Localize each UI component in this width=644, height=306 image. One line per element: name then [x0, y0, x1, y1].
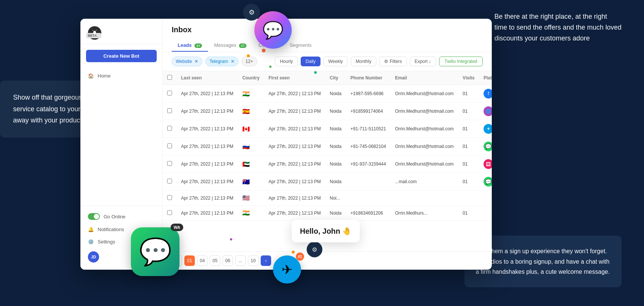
tab-leads[interactable]: Leads 1+: [172, 39, 208, 52]
row-checkbox[interactable]: [167, 195, 172, 200]
settings-icon: ⚙️: [88, 239, 94, 245]
leads-table: Last seen Country First seen City Phone …: [163, 71, 492, 221]
home-label: Home: [98, 73, 111, 79]
table-row: Apr 27th, 2022 | 12:13 PM 🇮🇳 Apr 27th, 2…: [163, 206, 492, 221]
telegram-filter[interactable]: Telegram ✕: [205, 57, 238, 66]
country-cell: 🇪🇸: [238, 103, 264, 120]
page-05-button[interactable]: 05: [210, 255, 220, 266]
tab-segments[interactable]: Segments: [284, 39, 318, 52]
last-seen-cell: Apr 27th, 2022 | 12:13 PM: [177, 120, 238, 138]
row-checkbox[interactable]: [167, 91, 172, 96]
first-seen-cell: Apr 27th, 2022 | 12:13 PM: [264, 120, 325, 138]
filters-row: Website ✕ Telegram ✕ 12+ Hourly Daily We…: [163, 52, 492, 71]
city-cell: Noida: [325, 173, 346, 191]
weekly-button[interactable]: Weekly: [323, 57, 348, 66]
go-online-toggle[interactable]: Go Online: [80, 210, 162, 223]
row-checkbox[interactable]: [167, 179, 172, 184]
row-checkbox[interactable]: [167, 108, 172, 113]
more-filter[interactable]: 12+: [242, 57, 257, 66]
table-header: Last seen Country First seen City Phone …: [163, 71, 492, 85]
email-cell: Orrin.Medhurst@hotmail.com: [390, 120, 458, 138]
hello-text: Hello, John 🤚: [300, 227, 352, 235]
platform-cell: 💬: [479, 173, 492, 191]
platform-cell: 🌐: [479, 103, 492, 120]
th-last-seen: Last seen: [177, 71, 238, 85]
platform-cell: [479, 191, 492, 206]
th-city: City: [325, 71, 346, 85]
platform-icon-tg: ✈: [484, 124, 492, 134]
bottom-right-text: Give them a sign up experience they won'…: [476, 248, 610, 275]
table-row: Apr 27th, 2022 | 12:13 PM 🇪🇸 Apr 27th, 2…: [163, 103, 492, 120]
online-toggle-switch[interactable]: [88, 213, 100, 220]
website-close-icon[interactable]: ✕: [194, 59, 198, 64]
platform-icon-fb: f: [484, 89, 492, 99]
monthly-button[interactable]: Monthly: [351, 57, 376, 66]
country-cell: 🇮🇳: [238, 206, 264, 221]
first-seen-cell: Apr 27th, 2022 | 12:13 PM: [264, 103, 325, 120]
whatsapp-bubble: 💬 WA: [131, 227, 180, 276]
filters-button[interactable]: ⚙ Filters: [379, 57, 407, 66]
page-01-button[interactable]: 01: [184, 255, 195, 266]
create-new-bot-button[interactable]: Create New Bot: [86, 50, 157, 62]
th-country: Country: [238, 71, 264, 85]
visits-cell: 01: [458, 120, 479, 138]
select-all-checkbox[interactable]: [167, 75, 172, 80]
sidebar-nav: 🏠 Home: [80, 66, 162, 206]
export-button[interactable]: Export ↓: [410, 57, 436, 66]
row-checkbox[interactable]: [167, 210, 172, 215]
telegram-close-icon[interactable]: ✕: [231, 59, 234, 64]
filters-icon: ⚙: [384, 59, 388, 64]
hourly-button[interactable]: Hourly: [275, 57, 298, 66]
first-seen-cell: Apr 27th, 2022 | 12:13 PM: [264, 85, 325, 103]
tab-messages[interactable]: Messages 47: [208, 39, 252, 52]
city-cell: Noida: [325, 85, 346, 103]
top-right-text: Be there at the right place, at the righ…: [494, 13, 622, 42]
visits-cell: 01: [458, 206, 479, 221]
next-page-button[interactable]: ›: [261, 255, 271, 266]
th-email: Email: [390, 71, 458, 85]
last-seen-cell: Apr 27th, 2022 | 12:13 PM: [177, 138, 238, 155]
table-row: Apr 27th, 2022 | 12:13 PM 🇺🇸 Apr 27th, 2…: [163, 191, 492, 206]
last-seen-cell: Apr 27th, 2022 | 12:13 PM: [177, 85, 238, 103]
country-cell: 🇺🇸: [238, 191, 264, 206]
daily-button[interactable]: Daily: [301, 57, 321, 66]
website-filter[interactable]: Website ✕: [172, 57, 202, 66]
pagination: ‹ 01 04 05 06 ... 10 ›: [163, 251, 492, 270]
last-seen-cell: Apr 27th, 2022 | 12:13 PM: [177, 103, 238, 120]
export-icon: ↓: [429, 59, 431, 64]
platform-cell: ✈: [479, 120, 492, 138]
page-04-button[interactable]: 04: [197, 255, 208, 266]
city-cell: Noida: [325, 155, 346, 173]
platform-cell: 🖼: [479, 155, 492, 173]
email-cell: ...mail.com: [390, 173, 458, 191]
platform-icon-wa2: 💬: [484, 177, 492, 187]
star-badge-top: ⚙: [243, 4, 260, 21]
tab-segments-label: Segments: [290, 42, 312, 48]
table-row: Apr 27th, 2022 | 12:13 PM 🇮🇳 Apr 27th, 2…: [163, 85, 492, 103]
row-checkbox[interactable]: [167, 161, 172, 166]
country-cell: 🇦🇪: [238, 155, 264, 173]
first-seen-cell: Apr 27th, 2022 | 12:13 PM: [264, 173, 325, 191]
twilio-button[interactable]: Twilio Integrated: [439, 57, 483, 66]
messages-badge: 47: [239, 43, 246, 48]
tabs-row: Leads 1+ Messages 47 Contacts Segments: [172, 39, 483, 52]
notifications-label: Notifications: [98, 227, 124, 232]
messenger-bubble: 💬: [254, 11, 292, 49]
page-06-button[interactable]: 06: [223, 255, 233, 266]
phone-cell: +91-745-0682104: [346, 138, 390, 155]
city-cell: Noida: [325, 138, 346, 155]
visits-cell: [458, 191, 479, 206]
city-cell: Noi...: [325, 191, 346, 206]
row-checkbox[interactable]: [167, 143, 172, 148]
page-10-button[interactable]: 10: [248, 255, 258, 266]
top-right-description: Be there at the right place, at the righ…: [494, 11, 622, 43]
website-filter-label: Website: [176, 59, 192, 64]
telegram-filter-label: Telegram: [209, 59, 228, 64]
email-cell: Orrin.Medhurst@hotmail.com: [390, 103, 458, 120]
platform-icon-web: 🌐: [484, 106, 492, 116]
phone-cell: +918634691206: [346, 206, 390, 221]
sidebar-item-home[interactable]: 🏠 Home: [80, 70, 162, 82]
row-checkbox[interactable]: [167, 126, 172, 131]
city-cell: Noida: [325, 103, 346, 120]
settings-label: Settings: [98, 239, 115, 245]
